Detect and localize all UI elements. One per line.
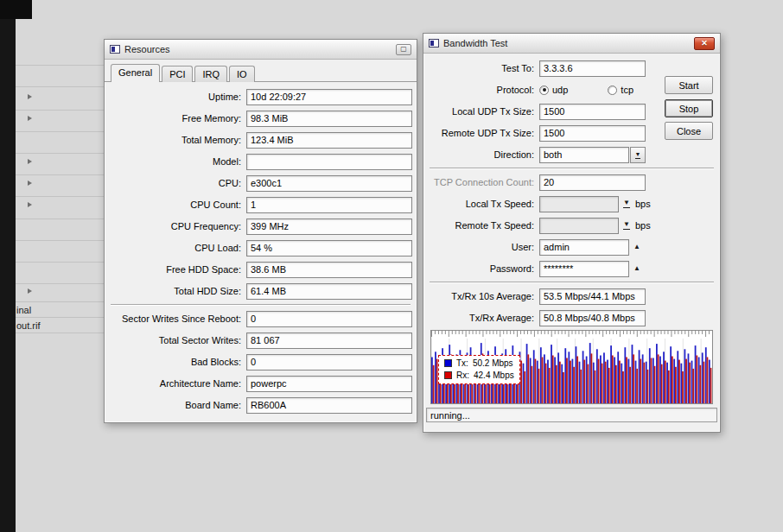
field-value-box[interactable]: 399 MHz	[246, 218, 412, 235]
resource-field-row: CPU:e300c1	[105, 174, 417, 193]
legend-tx-value: 50.2 Mbps	[473, 358, 513, 368]
sidebar-divider	[16, 262, 105, 263]
chevron-up-icon[interactable]: ▲	[633, 244, 640, 250]
txrx-average-value: 50.8 Mbps/40.8 Mbps	[539, 310, 646, 326]
field-value-box[interactable]: 0	[246, 354, 412, 370]
field-row-remote-tx-speed: Remote Tx Speed: ▼ bps	[423, 216, 720, 235]
sidebar-divider	[16, 110, 105, 111]
resource-field-row: Free HDD Space:38.6 MB	[105, 260, 417, 279]
resource-field-row: Total HDD Size:61.4 MB	[105, 282, 417, 301]
resources-titlebar[interactable]: Resources ▢	[105, 40, 417, 60]
chevron-down-icon[interactable]: ▼	[623, 200, 630, 208]
resource-field-row: Total Sector Writes:81 067	[105, 331, 417, 350]
close-window-button[interactable]: Close	[665, 122, 713, 140]
chevron-down-icon[interactable]: ▼	[623, 221, 630, 230]
tab-irq[interactable]: IRQ	[194, 66, 227, 82]
sidebar-item-terminal[interactable]: inal	[16, 305, 31, 315]
graph-legend: Tx: 50.2 Mbps Rx: 42.4 Mbps	[438, 355, 520, 384]
left-dock	[0, 0, 16, 532]
radio-udp[interactable]	[539, 86, 549, 95]
field-label: Free HDD Space:	[110, 264, 241, 275]
branch-arrow-icon	[28, 180, 32, 186]
direction-dropdown-button[interactable]: ▼	[630, 147, 646, 163]
field-label: CPU Frequency:	[110, 221, 241, 231]
field-value-box[interactable]: 81 067	[246, 332, 412, 349]
field-value-box[interactable]: 123.4 MiB	[246, 132, 412, 149]
branch-arrow-icon	[28, 288, 32, 294]
tab-io[interactable]: IO	[229, 66, 255, 82]
field-value-box[interactable]: 10d 22:09:27	[246, 89, 412, 105]
radio-tcp[interactable]	[608, 86, 617, 95]
window-title: Resources	[124, 44, 392, 54]
field-label: Free Memory:	[110, 113, 241, 124]
password-input[interactable]: ********	[539, 261, 629, 277]
branch-arrow-icon	[28, 94, 32, 99]
field-value-box[interactable]: RB600A	[246, 397, 412, 414]
local-tx-speed-input[interactable]	[539, 196, 619, 212]
field-label: Architecture Name:	[110, 378, 241, 389]
field-row-password: Password: ******** ▲	[423, 259, 720, 278]
close-button[interactable]: ▢	[396, 44, 411, 55]
tab-general[interactable]: General	[111, 64, 160, 82]
field-row-tcp-connection-count: TCP Connection Count: 20	[423, 173, 720, 192]
chevron-up-icon[interactable]: ▲	[633, 265, 640, 272]
close-icon: ▢	[400, 46, 407, 53]
txrx-10s-average-value: 53.5 Mbps/44.1 Mbps	[539, 288, 646, 305]
tab-pci[interactable]: PCI	[162, 66, 193, 82]
start-button[interactable]: Start	[665, 76, 713, 94]
resources-fields: Uptime:10d 22:09:27Free Memory:98.3 MiBT…	[105, 82, 417, 415]
field-label: CPU:	[110, 178, 241, 188]
separator	[430, 282, 714, 282]
desktop: inal out.rif Resources ▢ General PCI IRQ…	[0, 0, 783, 532]
field-value-box[interactable]: 1	[246, 197, 412, 213]
direction-select[interactable]: both	[539, 147, 629, 163]
resources-tabbar: General PCI IRQ IO	[105, 60, 417, 82]
sidebar-item-file[interactable]: out.rif	[16, 320, 41, 331]
tx-color-chip	[444, 359, 452, 367]
field-value-box[interactable]: 61.4 MB	[246, 283, 412, 300]
field-row-test-to: Test To: 3.3.3.6	[423, 59, 720, 78]
field-value-box[interactable]: 38.6 MB	[246, 262, 412, 278]
sidebar-divider	[16, 240, 105, 241]
field-label: Remote UDP Tx Size:	[429, 128, 534, 138]
test-to-input[interactable]: 3.3.3.6	[539, 60, 646, 77]
bandwidth-titlebar[interactable]: Bandwidth Test ✕	[423, 34, 720, 54]
field-value-box[interactable]	[246, 154, 412, 170]
field-label: Tx/Rx Average:	[429, 313, 534, 323]
local-udp-tx-size-input[interactable]: 1500	[539, 104, 646, 120]
user-input[interactable]: admin	[539, 239, 629, 256]
field-value-box[interactable]: 0	[246, 311, 412, 327]
sidebar-divider	[16, 332, 105, 333]
field-label: Total Memory:	[110, 135, 241, 145]
remote-tx-speed-input[interactable]	[539, 218, 619, 234]
field-label: CPU Count:	[110, 200, 241, 210]
field-value-box[interactable]: 54 %	[246, 240, 412, 256]
field-label: Board Name:	[110, 400, 241, 410]
branch-arrow-icon	[28, 116, 32, 121]
bandwidth-test-window: Bandwidth Test ✕ Test To: 3.3.3.6 Protoc…	[423, 33, 721, 433]
legend-rx-name: Rx:	[456, 370, 469, 380]
window-title: Bandwidth Test	[443, 38, 690, 48]
remote-udp-tx-size-input[interactable]: 1500	[539, 125, 646, 142]
resource-field-row: Model:	[105, 152, 417, 171]
resources-window: Resources ▢ General PCI IRQ IO Uptime:10…	[104, 39, 417, 423]
field-value-box[interactable]: powerpc	[246, 376, 412, 392]
resource-field-row: CPU Frequency:399 MHz	[105, 217, 417, 236]
resource-field-row: Free Memory:98.3 MiB	[105, 109, 417, 128]
branch-arrow-icon	[28, 202, 32, 207]
resource-field-row: Board Name:RB600A	[105, 396, 417, 415]
stop-button[interactable]: Stop	[665, 99, 713, 117]
field-label: Direction:	[429, 149, 534, 160]
separator	[430, 168, 714, 168]
separator	[111, 304, 411, 305]
close-button[interactable]: ✕	[694, 37, 715, 50]
sidebar-divider	[16, 153, 105, 154]
tcp-connection-count-input[interactable]: 20	[539, 174, 646, 191]
status-text: running...	[430, 410, 470, 421]
traffic-graph: Tx: 50.2 Mbps Rx: 42.4 Mbps	[430, 330, 713, 404]
field-label: Total Sector Writes:	[110, 335, 241, 345]
field-value-box[interactable]: 98.3 MiB	[246, 111, 412, 127]
rx-color-chip	[444, 371, 452, 379]
sidebar-divider	[16, 174, 105, 175]
field-value-box[interactable]: e300c1	[246, 175, 412, 192]
